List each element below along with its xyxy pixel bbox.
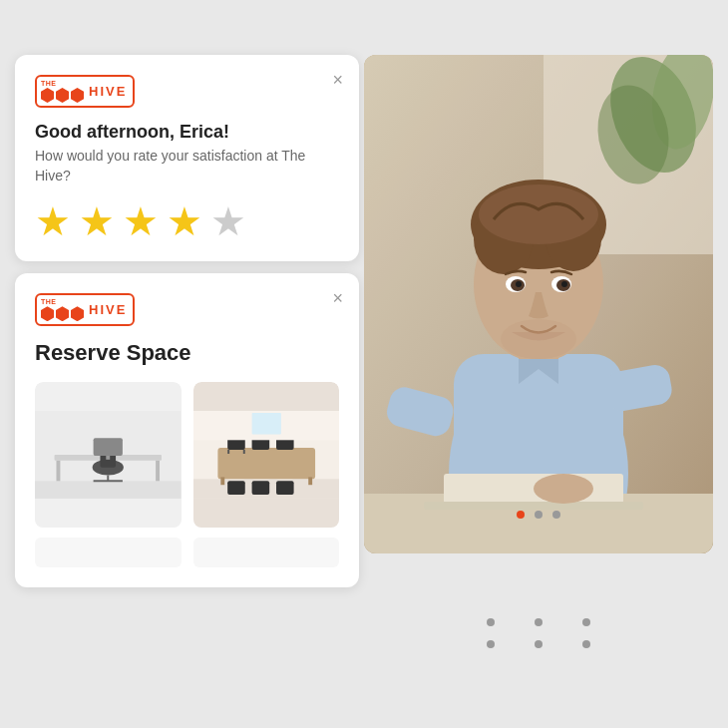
reserve-space-card: THE HIVE × Reserve Space	[15, 273, 359, 587]
svg-rect-13	[217, 448, 315, 479]
dot-3-1[interactable]	[487, 640, 495, 648]
spaces-grid: Desk 12 Available for 6 hours Capacity: …	[35, 382, 339, 528]
rating-card: THE HIVE × Good afternoon, Erica! How wo…	[15, 55, 359, 261]
dot-3-3[interactable]	[582, 640, 590, 648]
carousel-dot-3[interactable]	[552, 511, 560, 519]
stars-rating: ★ ★ ★ ★ ★	[35, 201, 339, 241]
hex-icon-2	[56, 88, 69, 103]
svg-rect-25	[251, 413, 280, 434]
dots-grid-container	[364, 618, 713, 648]
dot-2-1[interactable]	[487, 618, 495, 626]
svg-rect-9	[94, 439, 123, 457]
hex-icon-6	[71, 306, 84, 321]
meeting-image	[193, 382, 340, 528]
person-photo	[364, 55, 713, 553]
space-item-desk[interactable]: Desk 12 Available for 6 hours Capacity: …	[35, 382, 182, 528]
the-label-2: THE	[41, 298, 84, 305]
star-1[interactable]: ★	[35, 201, 71, 241]
hive-logo-2: THE HIVE	[35, 293, 339, 326]
svg-rect-53	[364, 55, 713, 553]
svg-rect-10	[106, 456, 110, 460]
dots-row-2	[487, 618, 590, 626]
star-2[interactable]: ★	[79, 201, 115, 241]
space-item-meeting[interactable]: Meeting Room C Available for 4 hours Cap…	[193, 382, 340, 528]
the-label: THE	[41, 80, 84, 87]
desk-image	[35, 382, 182, 528]
carousel-dot-2[interactable]	[535, 511, 543, 519]
dots-row-3	[487, 640, 590, 648]
carousel-dot-1[interactable]	[517, 511, 525, 519]
svg-rect-21	[227, 482, 245, 496]
svg-rect-3	[56, 461, 60, 482]
svg-rect-23	[276, 482, 294, 496]
reserve-card-close-button[interactable]: ×	[332, 289, 343, 307]
svg-rect-4	[156, 461, 160, 482]
reserve-title: Reserve Space	[35, 340, 339, 366]
star-5[interactable]: ★	[210, 201, 246, 241]
star-3[interactable]: ★	[123, 201, 159, 241]
more-spaces-hint	[35, 538, 339, 567]
dot-2-3[interactable]	[582, 618, 590, 626]
hex-icon-3	[71, 88, 84, 103]
photo-panel	[364, 55, 713, 553]
star-4[interactable]: ★	[167, 201, 202, 241]
rating-card-close-button[interactable]: ×	[332, 71, 343, 89]
svg-rect-14	[220, 478, 224, 486]
hive-logo: THE HIVE	[35, 75, 339, 108]
brand-name-2: HIVE	[89, 302, 127, 317]
svg-rect-15	[308, 478, 312, 486]
svg-rect-22	[251, 482, 269, 496]
brand-name: HIVE	[89, 84, 127, 99]
carousel-dots-row1	[364, 511, 713, 519]
hex-icon-4	[41, 306, 54, 321]
greeting-subtitle: How would you rate your satisfaction at …	[35, 147, 339, 185]
hex-icon-1	[41, 88, 54, 103]
svg-rect-1	[35, 482, 182, 500]
greeting-title: Good afternoon, Erica!	[35, 122, 339, 143]
hex-icon-5	[56, 306, 69, 321]
dot-2-2[interactable]	[535, 618, 543, 626]
dot-3-2[interactable]	[535, 640, 543, 648]
